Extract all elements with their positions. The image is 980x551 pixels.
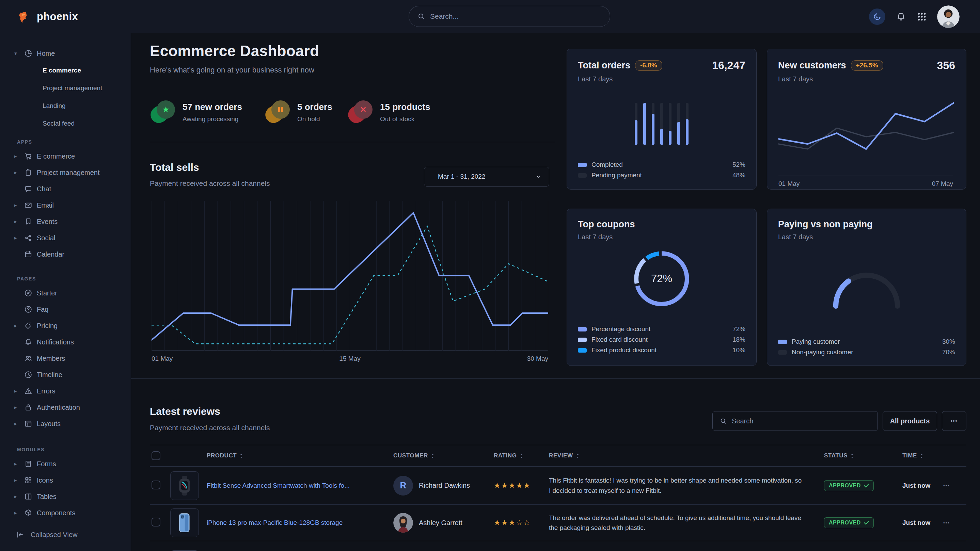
brand[interactable]: phoenix (17, 0, 78, 33)
customer-avatar: R (393, 476, 413, 495)
row-checkbox[interactable] (151, 481, 161, 489)
reviews-more-button[interactable]: ••• (942, 411, 966, 431)
review-time: Just now (902, 482, 930, 489)
column-header-review[interactable]: REVIEW (549, 452, 824, 459)
all-products-button[interactable]: All products (883, 411, 937, 431)
column-header-customer[interactable]: CUSTOMER (393, 452, 494, 459)
sidebar-item-label: Faq (37, 306, 48, 313)
product-link[interactable]: iPhone 13 pro max-Pacific Blue-128GB sto… (207, 519, 342, 527)
column-label: TIME (902, 452, 917, 459)
sidebar-item-label: Email (37, 202, 54, 209)
sidebar-item-tables[interactable]: ▸Tables (0, 488, 131, 505)
date-range-select[interactable]: Mar 1 - 31, 2022 (424, 167, 549, 186)
sidebar-item-events[interactable]: ▸Events (0, 213, 131, 230)
tag-icon (24, 321, 34, 330)
card-caption: Last 7 days (778, 75, 955, 83)
sidebar-item-label: Home (37, 50, 55, 57)
sidebar-item-project-management[interactable]: ▸Project management (0, 164, 131, 181)
x-label-start: 01 May (778, 180, 800, 187)
total-sells-x-axis: 01 May 15 May 30 May (151, 355, 548, 362)
notifications-button[interactable] (896, 11, 907, 22)
sidebar-item-errors[interactable]: ▸Errors (0, 383, 131, 399)
sidebar-item-social[interactable]: ▸Social (0, 230, 131, 246)
donut-center-value: 72% (632, 249, 692, 309)
file-text-icon (24, 459, 34, 468)
stat-awating-processing: ★57 new ordersAwating processing (153, 100, 242, 123)
sidebar-subitem-landing[interactable]: Landing (0, 97, 131, 115)
sidebar-item-calendar[interactable]: Calendar (0, 246, 131, 262)
new-customers-card: New customers +26.5% 356 Last 7 days 01 … (767, 49, 966, 190)
legend-item-paying-customer: Paying customer30% (778, 338, 955, 345)
sidebar-item-starter[interactable]: Starter (0, 285, 131, 301)
sidebar-item-email[interactable]: ▸Email (0, 197, 131, 213)
sidebar-item-pricing[interactable]: ▸Pricing (0, 318, 131, 334)
caret-right-icon: ▸ (14, 494, 24, 500)
sidebar-item-notifications[interactable]: Notifications (0, 334, 131, 350)
caret-right-icon: ▸ (14, 461, 24, 467)
row-menu-button[interactable]: ••• (943, 483, 950, 488)
users-icon (24, 354, 34, 363)
column-label: PRODUCT (207, 452, 237, 459)
sidebar-subitem-social-feed[interactable]: Social feed (0, 115, 131, 132)
sidebar: ▾HomeE commerceProject managementLanding… (0, 33, 131, 551)
navbar: phoenix (0, 0, 980, 33)
sidebar-item-e-commerce[interactable]: ▸E commerce (0, 148, 131, 164)
sidebar-item-icons[interactable]: ▸Icons (0, 472, 131, 488)
phoenix-logo-icon (17, 9, 33, 24)
clock-icon (24, 370, 34, 379)
date-range-value: Mar 1 - 31, 2022 (438, 173, 485, 180)
reviews-table: PRODUCTCUSTOMERRATINGREVIEWSTATUSTIME Fi… (150, 445, 966, 551)
column-label: REVIEW (549, 452, 573, 459)
grid-2x2-icon (24, 476, 34, 484)
bookmark-icon (24, 217, 34, 226)
chat-icon (24, 184, 34, 193)
column-header-product[interactable]: PRODUCT (170, 452, 393, 459)
column-header-status[interactable]: STATUS (824, 452, 902, 459)
stat-caption: On hold (297, 115, 332, 123)
stats-divider (150, 142, 555, 142)
sidebar-item-label: Calendar (37, 251, 64, 258)
apps-grid-button[interactable] (917, 11, 927, 22)
sidebar-item-forms[interactable]: ▸Forms (0, 456, 131, 472)
product-link[interactable]: Fitbit Sense Advanced Smartwatch with To… (207, 482, 350, 489)
legend-item-fixed-card-discount: Fixed card discount18% (578, 336, 745, 343)
sidebar-item-label: E commerce (37, 152, 75, 160)
row-menu-button[interactable]: ••• (943, 520, 950, 526)
sidebar-item-home[interactable]: ▾Home (0, 45, 131, 62)
stat-caption: Awating processing (183, 115, 242, 123)
dark-mode-toggle[interactable] (869, 8, 885, 25)
status-badge: APPROVED (824, 480, 874, 491)
collapsed-view-toggle[interactable]: Collapsed View (0, 518, 131, 551)
caret-right-icon: ▸ (14, 202, 24, 208)
grid-icon (917, 11, 927, 22)
sidebar-subitem-project-management[interactable]: Project management (0, 79, 131, 97)
reviews-search-input[interactable] (732, 417, 871, 425)
paying-card: Paying vs non paying Last 7 days Paying … (767, 209, 966, 366)
card-value: 356 (937, 59, 955, 72)
sidebar-item-members[interactable]: Members (0, 350, 131, 367)
global-search-input[interactable] (430, 12, 602, 21)
sidebar-subitem-e-commerce[interactable]: E commerce (0, 62, 131, 79)
question-circle-icon (24, 305, 34, 314)
sidebar-item-layouts[interactable]: ▸Layouts (0, 416, 131, 432)
sidebar-item-faq[interactable]: Faq (0, 301, 131, 318)
select-all-checkbox[interactable] (151, 451, 161, 460)
sidebar-item-chat[interactable]: Chat (0, 181, 131, 197)
column-label: RATING (494, 452, 517, 459)
sidebar-item-label: Layouts (37, 420, 60, 428)
user-avatar[interactable] (937, 5, 959, 28)
caret-right-icon: ▸ (14, 477, 24, 483)
column-header-time[interactable]: TIME (902, 452, 943, 459)
caret-right-icon: ▸ (14, 322, 24, 329)
row-checkbox[interactable] (151, 518, 161, 527)
column-header-rating[interactable]: RATING (494, 452, 549, 459)
stat-on-hold: 5 ordersOn hold (267, 100, 332, 123)
global-search[interactable] (409, 6, 610, 27)
search-icon (417, 12, 425, 21)
card-caption: Last 7 days (578, 233, 745, 241)
sidebar-item-timeline[interactable]: Timeline (0, 367, 131, 383)
reviews-search[interactable] (712, 411, 878, 431)
sidebar-item-label: Project management (37, 169, 100, 177)
sidebar-item-authentication[interactable]: ▸Authentication (0, 399, 131, 416)
paying-gauge-chart (830, 272, 903, 309)
